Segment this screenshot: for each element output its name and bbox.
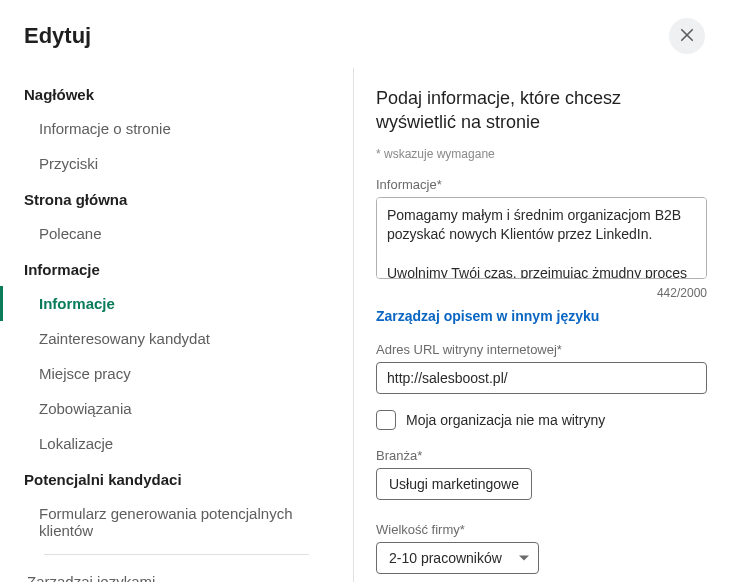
panel-heading: Podaj informacje, które chcesz wyświetli… — [376, 86, 686, 135]
chevron-down-icon — [518, 552, 530, 564]
modal-title: Edytuj — [24, 23, 91, 49]
sidebar-item[interactable]: Formularz generowania potencjalnych klie… — [0, 496, 353, 548]
sidebar-item[interactable]: Informacje — [0, 286, 353, 321]
industry-label: Branża* — [376, 448, 707, 463]
size-select[interactable]: 2-10 pracowników — [376, 542, 539, 574]
sidebar-group-label: Informacje — [0, 251, 353, 286]
manage-language-link[interactable]: Zarządzaj opisem w innym języku — [376, 308, 599, 324]
sidebar-item[interactable]: Zobowiązania — [0, 391, 353, 426]
info-textarea[interactable] — [376, 197, 707, 279]
sidebar-group-label: Potencjalni kandydaci — [0, 461, 353, 496]
sidebar: NagłówekInformacje o stroniePrzyciskiStr… — [0, 68, 354, 582]
sidebar-item[interactable]: Przyciski — [0, 146, 353, 181]
sidebar-item[interactable]: Zainteresowany kandydat — [0, 321, 353, 356]
close-button[interactable] — [669, 18, 705, 54]
info-counter: 442/2000 — [376, 286, 707, 300]
required-hint: * wskazuje wymagane — [376, 147, 707, 161]
sidebar-manage-languages[interactable]: Zarządzaj językami — [0, 555, 353, 582]
sidebar-item[interactable]: Miejsce pracy — [0, 356, 353, 391]
no-site-checkbox[interactable] — [376, 410, 396, 430]
industry-select[interactable]: Usługi marketingowe — [376, 468, 532, 500]
sidebar-item[interactable]: Polecane — [0, 216, 353, 251]
sidebar-group-label: Strona główna — [0, 181, 353, 216]
info-label: Informacje* — [376, 177, 707, 192]
size-label: Wielkość firmy* — [376, 522, 707, 537]
close-icon — [678, 26, 696, 47]
main-panel: Podaj informacje, które chcesz wyświetli… — [354, 68, 729, 582]
url-input[interactable] — [376, 362, 707, 394]
industry-value: Usługi marketingowe — [389, 476, 519, 492]
sidebar-item[interactable]: Informacje o stronie — [0, 111, 353, 146]
url-label: Adres URL witryny internetowej* — [376, 342, 707, 357]
size-value: 2-10 pracowników — [389, 550, 502, 566]
no-site-label: Moja organizacja nie ma witryny — [406, 412, 605, 428]
sidebar-item[interactable]: Lokalizacje — [0, 426, 353, 461]
modal-header: Edytuj — [0, 0, 729, 68]
sidebar-group-label: Nagłówek — [0, 76, 353, 111]
